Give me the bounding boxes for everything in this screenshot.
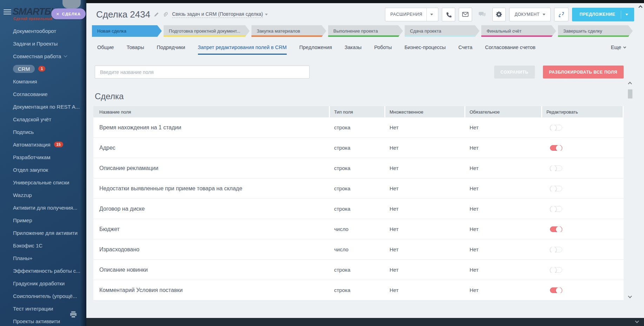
field-search-input[interactable] (95, 66, 310, 79)
sidebar-item[interactable]: Складской учёт (0, 113, 86, 125)
field-type-cell: строка (330, 267, 384, 273)
sidebar-item[interactable]: Планы+ (0, 252, 86, 264)
pipeline-stage[interactable]: Финальный счёт (481, 25, 556, 37)
app-logo-tagline: Сделай правильный (13, 17, 53, 21)
app-screen: SMARTБИ Сделай правильный Документооборо… (0, 0, 644, 326)
sidebar-item[interactable]: Эффективность работы с... (0, 264, 86, 277)
tab[interactable]: Заказы (345, 45, 361, 55)
sidebar-item[interactable]: Документооборот (0, 25, 86, 37)
deal-pipeline-link[interactable]: Связь задач и CRM (Повторная сделка) (172, 11, 263, 18)
proposal-button[interactable]: ПРЕДЛОЖЕНИЕ (572, 8, 634, 21)
sidebar-item[interactable]: Универсальные списки (0, 176, 86, 189)
page-title: Сделка 2434 (96, 9, 150, 20)
column-header-required: Обязательное (465, 106, 541, 117)
sidebar: SMARTБИ Сделай правильный Документооборо… (0, 0, 86, 326)
extensions-button[interactable]: РАСШИРЕНИЯ (385, 8, 438, 21)
sidebar-item[interactable]: CRM 1 (0, 62, 86, 75)
slider-tab-deal[interactable]: × СДЕЛКА (51, 8, 86, 19)
header-actions: РАСШИРЕНИЯ ДОКУМЕНТ (385, 8, 634, 21)
save-button[interactable]: СОХРАНИТЬ (494, 66, 535, 79)
table-row: Договор на диске строка Нет Нет (93, 199, 624, 219)
close-icon[interactable]: × (56, 11, 59, 16)
email-button[interactable] (459, 8, 472, 21)
field-editable-cell (542, 186, 623, 191)
menu-hamburger-icon[interactable] (4, 9, 11, 15)
table-row: Бюджет число Нет Нет (93, 219, 624, 239)
scrollbar-up-arrow[interactable] (628, 82, 632, 86)
edit-pencil-icon[interactable] (154, 12, 159, 17)
editable-toggle[interactable] (550, 267, 562, 273)
sidebar-item[interactable]: Бэкофис 1С (0, 239, 86, 252)
sidebar-item[interactable]: Разработчикам (0, 151, 86, 163)
field-name-cell: Адрес (93, 145, 329, 151)
sidebar-item[interactable]: Градусник доработки (0, 277, 86, 290)
tab[interactable]: Подрядчики (157, 45, 185, 55)
sidebar-item[interactable]: Компания (0, 75, 86, 88)
settings-gear-button[interactable] (492, 8, 506, 21)
editable-toggle[interactable] (550, 145, 562, 151)
fullscreen-button[interactable] (554, 8, 569, 21)
chat-button-disabled[interactable] (476, 8, 489, 21)
field-name-cell: Договор на диске (93, 206, 329, 212)
tab[interactable]: Общие (97, 45, 114, 55)
pipeline-stage[interactable]: Новая сделка (92, 25, 162, 37)
document-button[interactable]: ДОКУМЕНТ (509, 8, 551, 21)
pipeline-stage[interactable]: Выполнение проекта (328, 25, 403, 37)
chevron-down-icon[interactable] (625, 14, 628, 15)
sidebar-item[interactable]: Wazzup (0, 189, 86, 201)
page-scroll-down-icon[interactable] (635, 319, 639, 323)
field-required-cell: Нет (465, 206, 541, 212)
chevron-down-icon (64, 54, 67, 57)
pipeline-stage[interactable]: Завершить сделку (558, 25, 633, 37)
chevron-down-icon[interactable] (430, 14, 433, 15)
sidebar-item[interactable]: Соисполнитель (упрощё... (0, 290, 86, 302)
printer-icon[interactable] (69, 311, 77, 320)
editable-toggle[interactable] (550, 247, 562, 252)
tab[interactable]: Роботы (374, 45, 392, 55)
field-multiple-cell: Нет (385, 185, 464, 191)
sidebar-item[interactable]: Отдел закупок (0, 163, 86, 176)
editable-toggle[interactable] (550, 125, 562, 130)
tab[interactable]: Счета (458, 45, 472, 55)
scrollbar-thumb[interactable] (628, 89, 632, 99)
chevron-down-icon (623, 45, 626, 48)
sidebar-item[interactable]: Активити для получения... (0, 201, 86, 214)
sidebar-item[interactable]: Согласование (0, 88, 86, 100)
tab[interactable]: Запрет редактирования полей в CRM (198, 45, 287, 55)
column-header-editable: Редактировать (542, 106, 623, 117)
tab[interactable]: Товары (127, 45, 144, 55)
link-paperclip-icon[interactable] (162, 12, 168, 17)
field-editable-cell (542, 165, 623, 171)
field-editable-cell (542, 226, 623, 232)
tab[interactable]: Согласование счетов (485, 45, 536, 55)
tab[interactable]: Бизнес-процессы (404, 45, 446, 55)
scroll-up-icon[interactable] (639, 4, 642, 10)
field-editable-cell (542, 206, 623, 212)
sidebar-item[interactable]: Совместная работа (0, 50, 86, 62)
pipeline-stage[interactable]: Сдача проекта (405, 25, 479, 37)
sidebar-item[interactable]: Приложение для активити (0, 226, 86, 239)
call-button[interactable] (442, 8, 455, 21)
editable-toggle[interactable] (550, 287, 562, 293)
table-row: Комментарий Условия поставки строка Нет … (93, 280, 624, 300)
tab-more[interactable]: Еще (611, 45, 626, 55)
field-multiple-cell: Нет (385, 206, 464, 212)
pipeline-stage[interactable]: Подготовка проектной документ... (164, 25, 250, 37)
editable-toggle[interactable] (550, 165, 562, 171)
editable-toggle[interactable] (550, 186, 562, 191)
sidebar-item[interactable]: Задачи и Проекты (0, 37, 86, 50)
sidebar-item[interactable]: Документация по REST A... (0, 100, 86, 113)
sidebar-item[interactable]: Подпись (0, 125, 86, 138)
editable-toggle[interactable] (550, 206, 562, 212)
slider-tab-label: СДЕЛКА (62, 12, 81, 16)
tab[interactable]: Предложения (299, 45, 332, 55)
pipeline-stage[interactable]: Закупка материалов (251, 25, 326, 37)
editable-toggle[interactable] (550, 226, 562, 232)
table-header-row: Название поля Тип поля Множественное Обя… (93, 106, 624, 117)
sidebar-item[interactable]: Пример (0, 214, 86, 226)
unlock-all-fields-button[interactable]: РАЗБЛОКИРОВАТЬ ВСЕ ПОЛЯ (543, 66, 624, 79)
scrollbar-down-arrow[interactable] (628, 294, 632, 298)
field-editable-cell (542, 267, 623, 273)
sidebar-item[interactable]: Автоматизация 15 (0, 138, 86, 151)
chevron-down-icon[interactable] (265, 14, 268, 15)
